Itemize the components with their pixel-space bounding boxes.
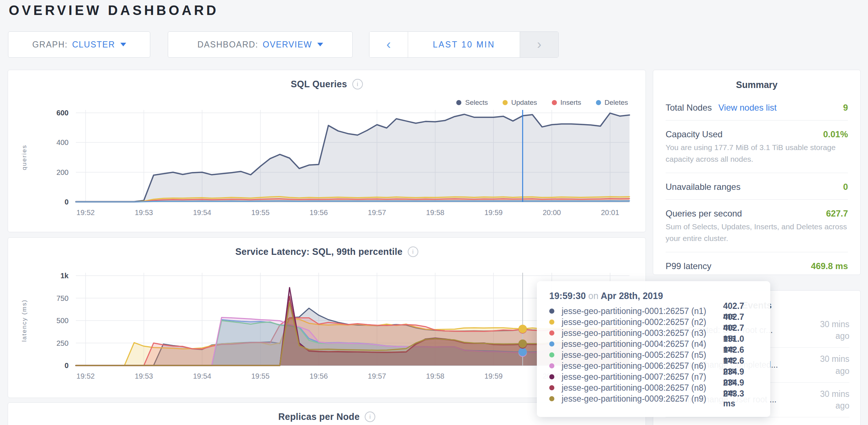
chevron-left-icon: ‹ — [387, 37, 391, 52]
sql-queries-chart[interactable]: 020040060019:5219:5319:5419:5519:5619:57… — [18, 103, 638, 224]
p99-latency-value: 469.8 ms — [811, 261, 848, 271]
overview-dashboard-page: OVERVIEW DASHBOARD GRAPH: CLUSTER DASHBO… — [0, 0, 868, 425]
series-dot-icon — [549, 330, 554, 336]
event-row: Table Created: User root cr...30 mins ag… — [666, 417, 849, 425]
time-prev-button[interactable]: ‹ — [369, 32, 408, 57]
total-nodes-label: Total Nodes — [666, 103, 712, 113]
y-axis-tick: 500 — [57, 317, 69, 325]
capacity-note: You are using 177.7 MiB of 3.1 TiB usabl… — [666, 139, 848, 173]
time-window-label[interactable]: LAST 10 MIN — [408, 32, 520, 57]
x-axis-tick: 19:57 — [368, 372, 386, 380]
info-icon[interactable]: i — [365, 411, 375, 422]
tooltip-timestamp: 19:59:30 on Apr 28th, 2019 — [549, 291, 758, 301]
summary-panel: Summary Total Nodes View nodes list 9 Ca… — [653, 70, 861, 275]
chart-hover-tooltip: 19:59:30 on Apr 28th, 2019 jesse-geo-par… — [537, 281, 770, 417]
x-axis-tick: 19:54 — [193, 208, 211, 217]
y-axis-tick: 0 — [65, 198, 69, 206]
x-axis-tick: 19:59 — [484, 208, 503, 217]
x-axis-tick: 19:56 — [310, 372, 328, 380]
series-dot-icon — [549, 374, 554, 379]
x-axis-tick: 19:59 — [484, 372, 503, 380]
graph-dropdown-label: GRAPH: — [32, 40, 67, 50]
capacity-label: Capacity Used — [666, 129, 722, 139]
x-axis-tick: 19:57 — [368, 208, 386, 217]
x-axis-tick: 20:00 — [543, 208, 561, 217]
series-dot-icon — [549, 396, 554, 401]
x-axis-tick: 19:52 — [77, 208, 95, 217]
dashboard-dropdown[interactable]: DASHBOARD: OVERVIEW — [168, 31, 353, 58]
y-axis-tick: 0 — [65, 361, 69, 370]
x-axis-tick: 19:58 — [426, 208, 444, 217]
y-axis-tick: 200 — [57, 168, 69, 176]
summary-row-qps: Queries per second 627.7 — [666, 200, 848, 222]
chevron-down-icon — [317, 43, 323, 46]
time-window-selector: ‹ LAST 10 MIN › — [369, 31, 559, 58]
tooltip-date: Apr 28th, 2019 — [601, 291, 663, 301]
event-time: 30 mins ago — [806, 388, 849, 411]
summary-title: Summary — [653, 70, 860, 90]
hover-marker — [519, 348, 527, 356]
event-time: 30 mins ago — [806, 318, 849, 342]
graph-dropdown[interactable]: GRAPH: CLUSTER — [8, 31, 150, 58]
summary-row-unavailable-ranges: Unavailable ranges 0 — [666, 173, 848, 200]
qps-value: 627.7 — [826, 208, 848, 219]
tooltip-node-name: jesse-geo-partitioning-0008:26257 (n8) — [562, 383, 723, 393]
time-next-button[interactable]: › — [520, 32, 558, 57]
series-dot-icon — [549, 319, 554, 325]
series-dot-icon — [549, 363, 554, 368]
sql-queries-chart-card: SQL Queries i SelectsUpdatesInsertsDelet… — [8, 70, 646, 232]
summary-row-p99-latency: P99 latency 469.8 ms — [666, 252, 848, 279]
y-axis-tick: 1k — [61, 272, 69, 280]
x-axis-tick: 19:58 — [426, 372, 444, 380]
y-axis-tick: 400 — [57, 138, 69, 146]
summary-row-capacity: Capacity Used 0.01% — [666, 120, 848, 142]
chart-title-sql-queries: SQL Queries — [291, 79, 347, 89]
info-icon[interactable]: i — [408, 246, 418, 257]
tooltip-node-value: 243.3 ms — [723, 389, 758, 409]
qps-label: Queries per second — [666, 208, 742, 219]
p99-latency-label: P99 latency — [666, 261, 711, 271]
y-axis-label: queries — [21, 145, 28, 170]
y-axis-tick: 750 — [57, 294, 69, 302]
graph-dropdown-value: CLUSTER — [72, 40, 115, 50]
series-dot-icon — [549, 352, 554, 357]
x-axis-tick: 19:54 — [193, 372, 211, 380]
tooltip-node-name: jesse-geo-partitioning-0005:26257 (n5) — [562, 350, 723, 360]
total-nodes-value: 9 — [843, 103, 848, 113]
tooltip-row: jesse-geo-partitioning-0009:26257 (n9)24… — [549, 393, 758, 404]
tooltip-node-name: jesse-geo-partitioning-0004:26257 (n4) — [562, 339, 723, 349]
dashboard-dropdown-label: DASHBOARD: — [197, 40, 258, 50]
unavailable-ranges-label: Unavailable ranges — [666, 182, 740, 192]
series-dot-icon — [549, 341, 554, 346]
tooltip-node-name: jesse-geo-partitioning-0009:26257 (n9) — [562, 394, 723, 404]
info-icon[interactable]: i — [352, 79, 363, 89]
x-axis-tick: 20:01 — [601, 208, 619, 217]
x-axis-tick: 19:55 — [251, 208, 270, 217]
x-axis-tick: 19:53 — [135, 372, 153, 380]
series-dot-icon — [549, 309, 554, 314]
event-time: 30 mins ago — [806, 423, 849, 425]
series-dot-icon — [549, 385, 554, 390]
y-axis-tick: 600 — [57, 109, 69, 117]
x-axis-tick: 19:52 — [77, 372, 95, 380]
dashboard-dropdown-value: OVERVIEW — [263, 40, 312, 50]
tooltip-node-name: jesse-geo-partitioning-0001:26257 (n1) — [562, 306, 723, 316]
chevron-right-icon: › — [537, 37, 542, 52]
tooltip-time: 19:59:30 — [549, 291, 586, 301]
y-axis-label: latency (ms) — [21, 299, 28, 342]
hover-marker — [519, 325, 527, 333]
capacity-value: 0.01% — [823, 129, 848, 139]
hover-marker — [519, 340, 527, 348]
tooltip-node-name: jesse-geo-partitioning-0007:26257 (n7) — [562, 372, 723, 382]
tooltip-node-name: jesse-geo-partitioning-0002:26257 (n2) — [562, 317, 723, 327]
x-axis-tick: 19:55 — [251, 372, 270, 380]
chevron-down-icon — [120, 43, 126, 46]
view-nodes-list-link[interactable]: View nodes list — [718, 103, 777, 113]
y-axis-tick: 250 — [57, 339, 69, 347]
chart-title-service-latency: Service Latency: SQL, 99th percentile — [235, 246, 403, 257]
x-axis-tick: 19:56 — [310, 208, 328, 217]
summary-row-total-nodes: Total Nodes View nodes list 9 — [666, 94, 848, 120]
unavailable-ranges-value: 0 — [843, 182, 848, 192]
tooltip-node-name: jesse-geo-partitioning-0003:26257 (n3) — [562, 328, 723, 338]
x-axis-tick: 19:53 — [135, 208, 153, 217]
